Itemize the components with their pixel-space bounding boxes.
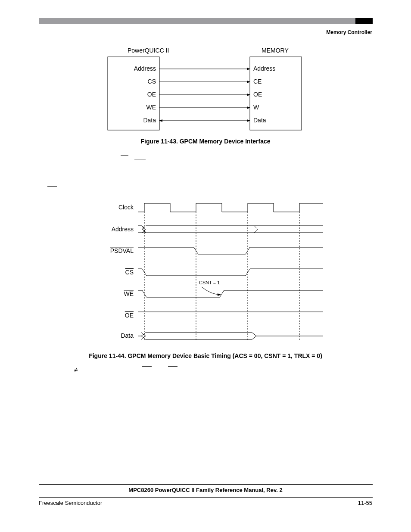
- timing-label-we: WE: [124, 290, 134, 297]
- timing-guides: [144, 212, 299, 341]
- figure-11-44: Clock Address PSDVAL CS CSNT = 1 WE OE D…: [82, 199, 340, 350]
- data-bus: [141, 333, 256, 339]
- address-bus: [142, 226, 258, 233]
- clock-wave: [138, 203, 323, 212]
- right-signal-address: Address: [253, 65, 275, 72]
- right-signal-data: Data: [253, 117, 266, 124]
- page: Memory Controller PowerQUICC II MEMORY A…: [0, 0, 411, 532]
- left-signal-we: WE: [146, 104, 156, 111]
- timing-label-clock: Clock: [118, 204, 134, 211]
- para2-overline-2: [168, 366, 177, 367]
- header-rule-grey: [39, 18, 355, 24]
- right-signal-w: W: [253, 104, 259, 111]
- left-signal-oe: OE: [147, 91, 156, 98]
- figure-11-43: PowerQUICC II MEMORY Address Address CS …: [103, 45, 319, 135]
- section-title: Memory Controller: [326, 29, 372, 35]
- footer-company: Freescale Semiconductor: [39, 500, 102, 506]
- header-rule-black: [355, 18, 373, 24]
- timing-note-csnt: CSNT = 1: [199, 280, 220, 285]
- left-block-title: PowerQUICC II: [128, 47, 169, 54]
- timing-label-data: Data: [121, 332, 134, 339]
- para2-neq: ≠: [74, 366, 78, 374]
- we-wave: [138, 290, 323, 297]
- footer-rule-lower: [39, 497, 373, 498]
- timing-label-address: Address: [112, 226, 134, 233]
- timing-label-cs: CS: [125, 269, 134, 276]
- footer-manual-title: MPC8260 PowerQUICC II Family Reference M…: [0, 487, 411, 493]
- timing-label-psdval: PSDVAL: [110, 247, 134, 254]
- left-signal-address: Address: [134, 65, 156, 72]
- timing-label-oe: OE: [125, 312, 134, 319]
- left-signal-data: Data: [143, 117, 156, 124]
- para2-overline-1: [142, 366, 152, 367]
- para1-fragment-left: [47, 186, 57, 187]
- psdval-wave: [138, 247, 323, 254]
- right-signal-oe: OE: [253, 91, 262, 98]
- para1-fragments: [121, 151, 172, 159]
- csnt-arrow: [202, 287, 221, 295]
- figure-11-44-caption: Figure 11-44. GPCM Memory Device Basic T…: [0, 352, 411, 359]
- footer-rule-upper: [39, 484, 373, 485]
- figure-11-43-caption: Figure 11-43. GPCM Memory Device Interfa…: [0, 138, 411, 145]
- cs-wave: [138, 269, 323, 276]
- left-signal-cs: CS: [148, 78, 156, 85]
- right-signal-ce: CE: [253, 78, 262, 85]
- footer-page-number: 11-55: [358, 500, 372, 506]
- header-rule: [39, 18, 373, 24]
- right-block-title: MEMORY: [262, 47, 289, 54]
